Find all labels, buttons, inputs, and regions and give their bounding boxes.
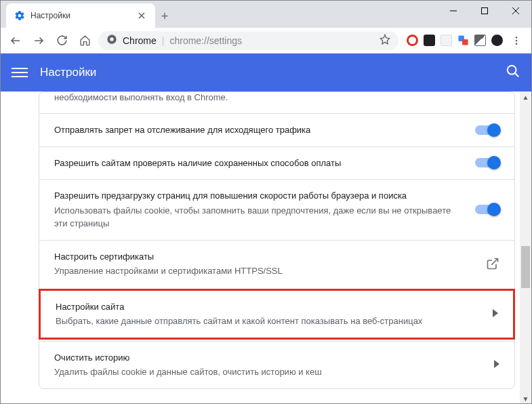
chevron-right-icon — [493, 308, 498, 320]
svg-rect-1 — [482, 8, 488, 14]
extension-cast-icon[interactable] — [474, 35, 486, 46]
close-window-button[interactable] — [500, 1, 531, 21]
home-button[interactable] — [75, 31, 94, 50]
privacy-card: необходимости выполнять вход в Chrome. О… — [39, 92, 515, 389]
row-title: Разрешить предзагрузку страниц для повыш… — [54, 189, 462, 203]
chevron-right-icon — [494, 359, 499, 371]
row-title: Отправлять запрет на отслеживание для ис… — [54, 123, 462, 137]
row-title: Очистить историю — [54, 351, 480, 365]
back-button[interactable] — [6, 31, 25, 50]
forward-button[interactable] — [29, 31, 48, 50]
row-desc: Выбрать, какие данные отправлять сайтам … — [56, 315, 479, 328]
row-desc: Удалить файлы cookie и данные сайтов, оч… — [54, 365, 480, 379]
gear-icon — [14, 10, 25, 21]
tab-title: Настройки — [30, 11, 131, 20]
extension-icon-1[interactable] — [407, 35, 418, 46]
browser-menu-button[interactable] — [507, 31, 526, 50]
svg-point-8 — [516, 43, 518, 45]
page-title: Настройки — [40, 66, 96, 79]
minimize-button[interactable] — [438, 1, 469, 21]
settings-content: необходимости выполнять вход в Chrome. О… — [1, 92, 531, 404]
extension-translate-icon[interactable] — [457, 35, 469, 46]
bookmark-star-icon[interactable] — [380, 34, 390, 47]
new-tab-button[interactable]: + — [155, 5, 174, 28]
scroll-up-icon[interactable]: ▲ — [520, 92, 531, 103]
svg-point-9 — [508, 66, 516, 75]
settings-header: Настройки — [1, 54, 531, 92]
truncated-text: необходимости выполнять вход в Chrome. — [39, 92, 514, 113]
row-title: Настройки сайта — [56, 300, 479, 314]
row-clear-history[interactable]: Очистить историю Удалить файлы cookie и … — [39, 341, 514, 388]
row-title: Разрешить сайтам проверять наличие сохра… — [54, 157, 462, 170]
browser-tab[interactable]: Настройки — [6, 3, 155, 28]
tab-close-icon[interactable] — [136, 10, 147, 21]
search-button[interactable] — [506, 64, 520, 81]
row-do-not-track[interactable]: Отправлять запрет на отслеживание для ис… — [39, 113, 514, 146]
window-controls — [438, 1, 531, 28]
inner-scrollbar[interactable]: ▲ ▼ — [520, 92, 531, 404]
row-desc: Использовать файлы cookie, чтобы запомни… — [54, 204, 462, 230]
row-payment-check[interactable]: Разрешить сайтам проверять наличие сохра… — [39, 146, 514, 180]
chrome-page-icon — [106, 34, 117, 47]
toggle-switch[interactable] — [475, 158, 499, 167]
address-bar[interactable]: Chrome | chrome://settings — [98, 31, 398, 50]
window-titlebar: Настройки + — [1, 1, 531, 28]
url-text: Chrome | chrome://settings — [123, 35, 242, 46]
svg-point-6 — [516, 37, 518, 39]
maximize-button[interactable] — [469, 1, 500, 21]
row-preload[interactable]: Разрешить предзагрузку страниц для повыш… — [39, 179, 514, 240]
reload-button[interactable] — [52, 31, 71, 50]
row-site-settings[interactable]: Настройки сайта Выбрать, какие данные от… — [39, 289, 515, 340]
toggle-switch[interactable] — [475, 205, 499, 214]
extension-icons — [407, 35, 503, 46]
content-area: необходимости выполнять вход в Chrome. О… — [1, 92, 531, 404]
browser-toolbar: Chrome | chrome://settings — [1, 28, 531, 54]
svg-point-3 — [110, 37, 113, 41]
scrollbar-thumb[interactable] — [521, 246, 530, 288]
svg-rect-5 — [462, 39, 468, 45]
extension-icon-2[interactable] — [424, 35, 435, 46]
row-certificates[interactable]: Настроить сертификаты Управление настрой… — [39, 240, 514, 287]
extension-profile-icon[interactable] — [491, 35, 503, 46]
toggle-switch[interactable] — [475, 125, 499, 135]
svg-point-7 — [516, 39, 518, 41]
external-link-icon — [486, 257, 499, 270]
extension-icon-3[interactable] — [441, 35, 452, 46]
row-desc: Управление настройками и сертификатами H… — [54, 264, 472, 278]
scroll-down-icon[interactable]: ▼ — [520, 393, 531, 404]
row-title: Настроить сертификаты — [54, 250, 472, 264]
menu-button[interactable] — [12, 64, 28, 81]
